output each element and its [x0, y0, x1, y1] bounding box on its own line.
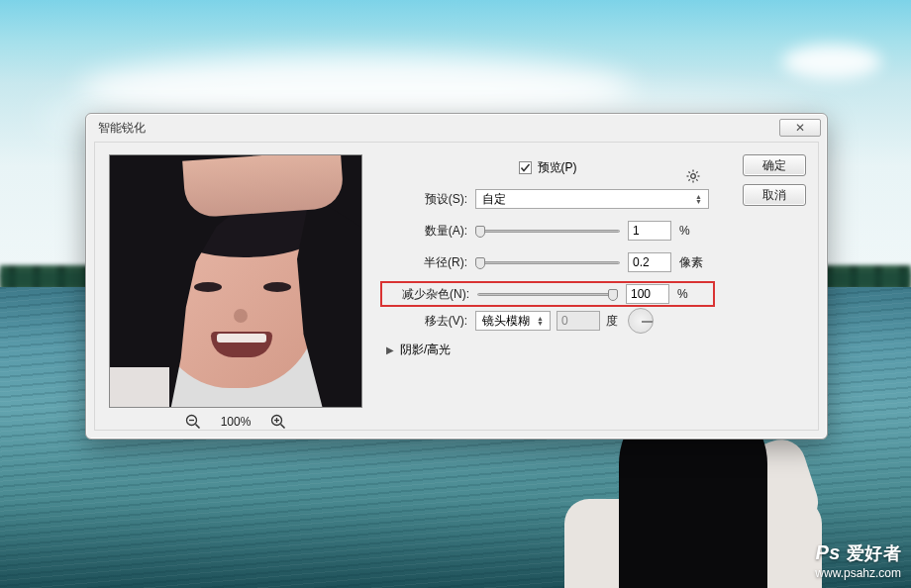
amount-unit: %	[679, 224, 709, 238]
smart-sharpen-dialog: 智能锐化 ✕ 100%	[85, 113, 828, 440]
dialog-titlebar[interactable]: 智能锐化 ✕	[86, 114, 827, 142]
chevron-updown-icon: ▲▼	[537, 316, 544, 326]
zoom-in-icon[interactable]	[270, 414, 286, 430]
svg-line-15	[696, 171, 697, 172]
noise-input[interactable]: 100	[626, 284, 669, 304]
remove-label: 移去(V):	[386, 313, 475, 330]
radius-input[interactable]: 0.2	[628, 252, 671, 272]
amount-label: 数量(A):	[386, 223, 475, 240]
svg-line-12	[688, 171, 689, 172]
preview-image[interactable]	[109, 154, 362, 408]
watermark: Ps 爱好者 www.psahz.com	[815, 541, 901, 580]
amount-slider[interactable]	[475, 223, 620, 239]
svg-line-4	[281, 425, 285, 429]
svg-line-1	[195, 425, 199, 429]
close-button[interactable]: ✕	[779, 119, 821, 137]
angle-input: 0	[557, 311, 600, 331]
preset-label: 预设(S):	[386, 191, 475, 208]
noise-row-highlight: 减少杂色(N): 100 %	[380, 281, 715, 307]
angle-dial[interactable]	[628, 308, 654, 334]
svg-line-13	[696, 179, 697, 180]
noise-unit: %	[677, 287, 707, 301]
radius-unit: 像素	[679, 254, 709, 271]
zoom-out-icon[interactable]	[185, 414, 201, 430]
preview-label: 预览(P)	[538, 159, 577, 176]
angle-unit: 度	[606, 313, 622, 330]
ok-button[interactable]: 确定	[743, 154, 806, 176]
amount-input[interactable]: 1	[628, 221, 671, 241]
zoom-level: 100%	[221, 415, 252, 429]
remove-select[interactable]: 镜头模糊 ▲▼	[475, 311, 551, 331]
preset-select[interactable]: 自定 ▲▼	[475, 189, 709, 209]
chevron-updown-icon: ▲▼	[695, 194, 702, 204]
chevron-right-icon[interactable]: ▶	[386, 344, 394, 355]
svg-line-14	[688, 179, 689, 180]
radius-label: 半径(R):	[386, 254, 475, 271]
noise-slider[interactable]	[477, 286, 618, 302]
radius-slider[interactable]	[475, 254, 620, 270]
preview-checkbox[interactable]	[519, 161, 532, 174]
cancel-button[interactable]: 取消	[743, 184, 806, 206]
shadows-highlight-label[interactable]: 阴影/高光	[400, 342, 451, 358]
svg-point-7	[691, 174, 696, 179]
noise-label: 减少杂色(N):	[388, 286, 477, 303]
gear-icon[interactable]	[685, 168, 701, 187]
dialog-title: 智能锐化	[98, 120, 146, 137]
